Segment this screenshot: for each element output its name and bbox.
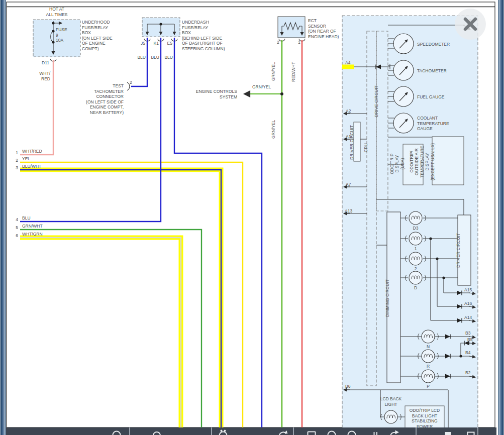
lamp-d3-label: D3	[411, 226, 420, 231]
row2-label: YEL	[22, 156, 52, 162]
lcd-backlight-label: LCD BACK LIGHT	[377, 396, 405, 407]
odo-trip-except-box	[432, 137, 464, 185]
ect-pin2-label: 2	[277, 40, 283, 45]
lamp-n-label: N	[425, 344, 432, 350]
connector-a14-label: A14	[464, 315, 475, 320]
connector-a4-label: A4	[345, 60, 356, 66]
row1-label: WHT/RED	[22, 149, 52, 154]
connector-b3-label: B3	[465, 331, 475, 336]
driver-circuit-right-label: DRIVER CIRCUIT	[456, 233, 461, 268]
dimming-circuit-label: DIMMING CIRCUIT	[385, 279, 390, 317]
row2-num: 2	[13, 158, 18, 163]
ect-sensor-label: ECT SENSOR (ON REAR OF ENGINE HEAD)	[308, 18, 354, 39]
connector-d11-label: D11	[42, 60, 54, 66]
row5-label: GRN/WHT	[22, 224, 52, 229]
row4-label: BLU	[22, 215, 52, 221]
rotate-icon[interactable]	[277, 428, 289, 435]
pin-j5-label: J5	[136, 41, 145, 46]
engine-controls-label: ENGINE CONTROLS SYSTEM	[193, 89, 237, 99]
left-frame-bar	[0, 0, 6, 435]
underdash-box-label: UNDERDASH FUSE/RELAY BOX (BEHIND LEFT SI…	[182, 20, 245, 51]
stabilizing-power-label: ODO/TRIP LCD BACK LIGHT STABILIZING POWE…	[406, 408, 444, 429]
ect-pin1-label: 1	[298, 40, 304, 45]
wire-blu-label-1: BLU	[135, 55, 146, 60]
odo-trip-usa-label: ODO/TRIP DISPLAY (USA)	[389, 144, 405, 183]
pause-icon[interactable]	[369, 428, 381, 435]
connector-a2-label: A2	[346, 108, 357, 114]
toolbar-separator	[129, 427, 130, 435]
lamp-d-label: D	[413, 285, 419, 291]
wire-grn-yel-vertical-label-bottom: GRN/YEL	[271, 120, 276, 139]
odo-trip-except-label: ODO/TRIP/ OUTSIDE AIR TEMPERATURE DISPLA…	[409, 139, 435, 185]
test-tach-pin-label: 2	[130, 80, 136, 85]
underhood-box-label: UNDERHOOD FUSE/RELAY BOX (ON LEFT SIDE O…	[82, 20, 132, 51]
zoom-in-icon[interactable]	[326, 428, 338, 435]
connector-a15-label: A15	[464, 287, 475, 293]
connector-a7-label: A7	[346, 182, 357, 187]
drive-circuit-label: DRIVE CIRCUIT	[374, 85, 379, 117]
zoom-out-icon[interactable]	[346, 428, 358, 435]
pin-k1-label: K1	[150, 41, 159, 46]
lamp-1-label: 1	[413, 246, 419, 252]
wire-red-wht-vertical-label: RED/WHT	[291, 62, 296, 82]
row3-num: 3	[13, 165, 18, 171]
row1-num: 1	[13, 150, 18, 156]
right-frame-bar	[498, 0, 504, 435]
connector-a13-label: A13	[345, 208, 358, 214]
test-tach-connector-label: TEST TACHOMETER CONNECTOR (ON LEFT SIDE …	[73, 83, 124, 115]
share-icon[interactable]	[388, 428, 400, 435]
close-icon	[455, 9, 486, 40]
lamp-p-label: P	[425, 384, 432, 389]
connector-a16-label: A16	[464, 301, 475, 306]
toolbar-separator	[293, 427, 294, 435]
row4-num: 4	[13, 217, 18, 223]
row3-label: BLU/WHT	[22, 164, 52, 169]
wiring-diagram-viewer: HOT AT ALL TIMES UNDERHOOD FUSE/RELAY BO…	[0, 0, 504, 435]
magnifier-icon[interactable]	[111, 428, 123, 435]
wire-blu-label-2: BLU	[148, 55, 159, 60]
wire-blu-label-3: BLU	[162, 55, 173, 60]
row6-num: 6	[13, 233, 18, 239]
coolant-gauge-label: COOLANT TEMPERATURE GAUGE	[417, 116, 465, 132]
driver-circuit-left-label: DRIVER CIRCUIT	[349, 125, 355, 160]
lamp-2-label: 2	[413, 266, 419, 272]
stop-icon[interactable]	[442, 428, 454, 435]
lamp-r-label: R	[425, 364, 432, 369]
options-icon[interactable]	[217, 428, 229, 435]
toolbar-separator	[416, 427, 417, 435]
close-button[interactable]	[455, 9, 486, 40]
window-icon[interactable]	[465, 428, 477, 435]
connector-b4-label: B4	[465, 350, 475, 356]
bottom-toolbar	[6, 427, 496, 435]
row6-label: WHT/GRN	[22, 232, 52, 237]
toolbar-separator	[477, 427, 478, 435]
user-icon[interactable]	[151, 428, 163, 435]
row5-num: 5	[13, 225, 18, 231]
connector-b2-label: B2	[465, 370, 475, 376]
fuel-gauge-label: FUEL GAUGE	[417, 94, 465, 100]
connector-b5-label: B5	[467, 337, 477, 343]
power-source-label: HOT AT ALL TIMES	[39, 7, 74, 17]
connector-b6-label: B6	[345, 384, 356, 389]
wire-grn-yel-branch-label: GRN/YEL	[252, 84, 276, 90]
cpu-label: CPU	[363, 143, 369, 152]
speedometer-label: SPEEDOMETER	[417, 42, 465, 47]
fit-screen-icon[interactable]	[306, 428, 318, 435]
wire-grn-yel-vertical-label-top: GRN/YEL	[271, 62, 276, 81]
tachometer-label: TACHOMETER	[417, 68, 465, 74]
wire-wht-red-label-top: WHT/ RED	[36, 71, 50, 81]
pin-e5-label: E5	[163, 41, 172, 46]
fuse-label: FUSE 9 10A	[56, 27, 72, 43]
wiring-diagram-canvas	[0, 0, 504, 435]
toolbar-separator	[211, 427, 212, 435]
